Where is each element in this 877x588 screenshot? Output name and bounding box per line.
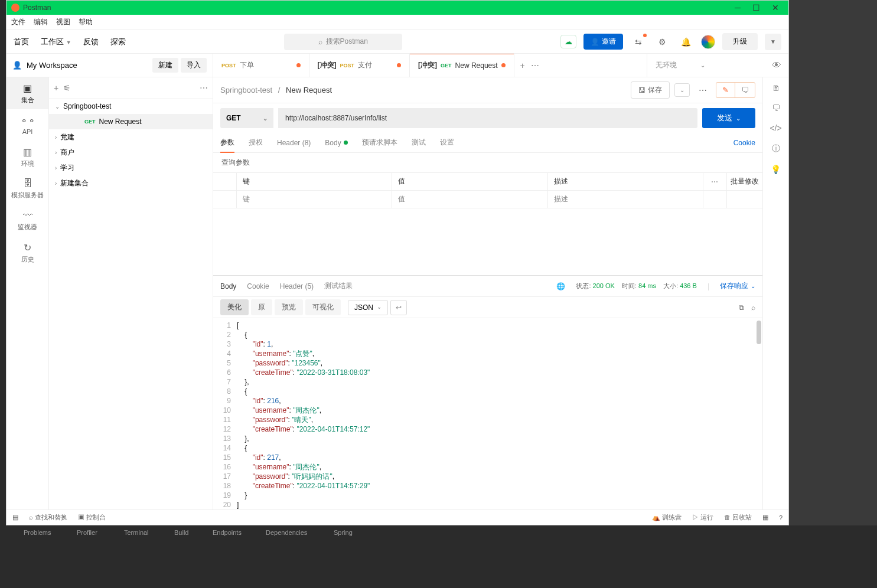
minimize-button[interactable]: ─: [735, 3, 741, 12]
wrap-icon[interactable]: ↩: [390, 300, 407, 315]
more-icon[interactable]: ⋯: [695, 82, 711, 99]
filter-icon[interactable]: ⚟: [63, 83, 71, 93]
new-button[interactable]: 新建: [152, 58, 178, 73]
tab-headers[interactable]: Header (8): [277, 133, 311, 152]
trainer[interactable]: ⛺ 训练营: [652, 513, 682, 522]
iconbar-history[interactable]: ↻历史: [6, 237, 48, 269]
cloud-sync-icon[interactable]: ☁: [560, 35, 576, 48]
tree-folder-0[interactable]: ›党建: [49, 129, 213, 145]
add-tab-icon[interactable]: +: [520, 61, 525, 70]
save-button[interactable]: 🖫保存: [631, 81, 670, 99]
gear-icon[interactable]: ⚙: [654, 34, 670, 50]
iconbar-mock[interactable]: 🗄模拟服务器: [6, 173, 48, 205]
tab-prereq[interactable]: 预请求脚本: [362, 133, 397, 152]
tab-params[interactable]: 参数: [220, 133, 234, 152]
link-icon[interactable]: ⇆: [630, 34, 647, 50]
nav-workspace[interactable]: 工作区 ▼: [41, 37, 71, 47]
btn-visual[interactable]: 可视化: [305, 299, 341, 315]
code-icon[interactable]: </>: [770, 123, 781, 133]
value-input[interactable]: 值: [392, 191, 547, 208]
workspace-name[interactable]: My Workspace: [27, 61, 77, 70]
save-dropdown[interactable]: ⌄: [674, 83, 690, 97]
eye-icon[interactable]: 👁: [765, 54, 788, 77]
send-button[interactable]: 发送 ⌄: [702, 108, 755, 128]
nav-home[interactable]: 首页: [14, 37, 29, 47]
btn-preview[interactable]: 预览: [275, 299, 303, 315]
env-selector[interactable]: 无环境 ⌄: [647, 54, 765, 77]
desc-input[interactable]: 描述: [548, 191, 703, 208]
bulk-edit[interactable]: 批量修改: [727, 173, 762, 190]
tab-tests[interactable]: 测试: [412, 133, 426, 152]
menu-edit[interactable]: 编辑: [34, 17, 48, 27]
comment-icon[interactable]: 🗨: [772, 103, 780, 113]
resp-tab-body[interactable]: Body: [220, 282, 236, 290]
key-input[interactable]: 键: [237, 191, 392, 208]
doc-icon[interactable]: 🗎: [772, 83, 780, 93]
upgrade-button[interactable]: 升级: [722, 33, 758, 50]
ide-tab-terminal[interactable]: Terminal: [124, 529, 149, 536]
tree-folder-3[interactable]: ›新建集合: [49, 175, 213, 191]
method-selector[interactable]: GET ⌄: [220, 108, 273, 128]
tree-folder-2[interactable]: ›学习: [49, 160, 213, 175]
console[interactable]: ▣ 控制台: [78, 513, 106, 522]
iconbar-env[interactable]: ▥环境: [6, 141, 48, 173]
comment-icon[interactable]: 🗨: [735, 83, 755, 97]
format-selector[interactable]: JSON⌄: [348, 300, 388, 315]
avatar[interactable]: [701, 35, 715, 49]
panel-icon[interactable]: ▤: [12, 514, 18, 521]
iconbar-monitor[interactable]: 〰监视器: [6, 205, 48, 237]
bell-icon[interactable]: 🔔: [677, 34, 694, 50]
cookie-link[interactable]: Cookie: [733, 139, 755, 147]
tab-auth[interactable]: 授权: [249, 133, 263, 152]
tab-settings[interactable]: 设置: [440, 133, 454, 152]
tree-folder-springboot[interactable]: ⌄Springboot-test: [49, 99, 213, 114]
nav-feedback[interactable]: 反馈: [83, 37, 99, 47]
url-input[interactable]: http://localhost:8887/userInfo/list: [278, 108, 697, 128]
close-button[interactable]: ✕: [772, 3, 779, 12]
find-replace[interactable]: ⌕ 查找和替换: [29, 513, 67, 522]
tab-more-icon[interactable]: ⋯: [531, 61, 539, 70]
import-button[interactable]: 导入: [181, 58, 207, 73]
resp-tab-cookie[interactable]: Cookie: [247, 282, 269, 290]
ide-tab-problems[interactable]: Problems: [24, 529, 51, 536]
menu-view[interactable]: 视图: [56, 17, 70, 27]
menu-help[interactable]: 帮助: [79, 17, 93, 27]
invite-button[interactable]: 👤 邀请: [583, 34, 623, 50]
btn-pretty[interactable]: 美化: [220, 299, 249, 315]
save-response[interactable]: 保存响应 ⌄: [720, 281, 755, 291]
iconbar-api[interactable]: ⚬⚬API: [6, 109, 48, 141]
nav-explore[interactable]: 探索: [110, 37, 126, 47]
tree-folder-1[interactable]: ›商户: [49, 145, 213, 160]
add-icon[interactable]: +: [54, 83, 58, 93]
tab-2[interactable]: [冲突] GET New Request: [410, 54, 514, 77]
ide-tab-deps[interactable]: Dependencies: [266, 529, 307, 536]
ide-tab-endpoints[interactable]: Endpoints: [213, 529, 242, 536]
tab-1[interactable]: [冲突] POST 支付: [309, 54, 410, 77]
btn-raw[interactable]: 原: [251, 299, 272, 315]
layout-icon[interactable]: ▦: [762, 514, 768, 521]
help-icon[interactable]: ?: [779, 514, 783, 521]
more-icon[interactable]: ⋯: [703, 173, 727, 190]
scrollbar-thumb[interactable]: [757, 321, 761, 344]
ide-tab-build[interactable]: Build: [174, 529, 188, 536]
more-icon[interactable]: ⋯: [200, 83, 208, 93]
info-icon[interactable]: ⓘ: [772, 143, 780, 154]
menu-file[interactable]: 文件: [11, 17, 25, 27]
tree-request-newrequest[interactable]: GETNew Request: [49, 114, 213, 129]
search-icon[interactable]: ⌕: [751, 303, 755, 312]
resp-tab-tests[interactable]: 测试结果: [324, 281, 353, 291]
runner[interactable]: ▷ 运行: [692, 513, 713, 522]
copy-icon[interactable]: ⧉: [739, 303, 744, 312]
response-code[interactable]: 1234567891011121314151617181920 [ { "id"…: [213, 318, 762, 509]
iconbar-collections[interactable]: ▣集合: [6, 77, 48, 109]
ide-tab-spring[interactable]: Spring: [334, 529, 353, 536]
resp-tab-header[interactable]: Header (5): [280, 282, 314, 290]
pencil-icon[interactable]: ✎: [716, 83, 735, 97]
search-input[interactable]: ⌕ 搜索Postman: [284, 34, 402, 50]
globe-icon[interactable]: 🌐: [556, 282, 565, 290]
maximize-button[interactable]: ☐: [752, 3, 760, 12]
tab-0[interactable]: POST 下单: [213, 54, 309, 77]
ide-tab-profiler[interactable]: Profiler: [77, 529, 97, 536]
tab-body[interactable]: Body: [325, 133, 347, 152]
trash[interactable]: 🗑 回收站: [724, 513, 752, 522]
